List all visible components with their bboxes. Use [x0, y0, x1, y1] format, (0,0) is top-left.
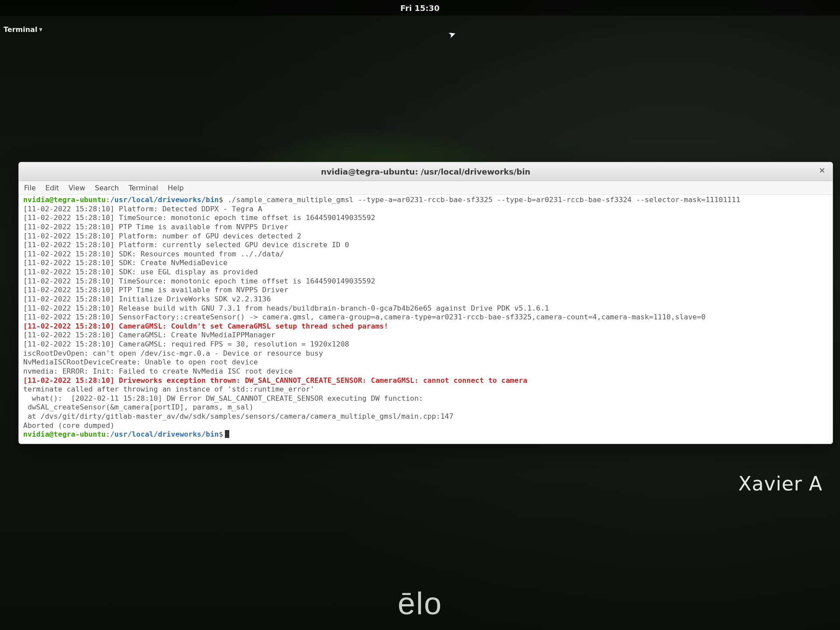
log-line: [11-02-2022 15:28:10] SDK: use EGL displ… — [23, 268, 828, 277]
log-line: [11-02-2022 15:28:10] TimeSource: monoto… — [23, 277, 828, 286]
menu-search[interactable]: Search — [95, 184, 119, 192]
log-line: [11-02-2022 15:28:10] SDK: Resources mou… — [23, 250, 828, 259]
log-line: [11-02-2022 15:28:10] CameraGMSL: Create… — [23, 331, 828, 340]
log-line: at /dvs/git/dirty/gitlab-master_av/dw/sd… — [23, 412, 828, 421]
top-bar: Fri 15:30 Terminal ▼ — [0, 0, 840, 16]
log-line: NvMediaISCRootDeviceCreate: Unable to op… — [23, 358, 828, 367]
device-label: Xavier A — [738, 472, 822, 495]
log-line: dwSAL_createSensor(&m_camera[portID], pa… — [23, 403, 828, 412]
prompt-user: nvidia@tegra-ubuntu — [23, 196, 106, 204]
log-line: what(): [2022-02-11 15:28:10] DW Error D… — [23, 394, 828, 403]
menu-help[interactable]: Help — [168, 184, 183, 192]
log-line: [11-02-2022 15:28:10] PTP Time is availa… — [23, 223, 828, 232]
window-titlebar[interactable]: nvidia@tegra-ubuntu: /usr/local/drivewor… — [19, 162, 833, 181]
log-line: [11-02-2022 15:28:10] SensorFactory::cre… — [23, 313, 828, 322]
log-line: [11-02-2022 15:28:10] PTP Time is availa… — [23, 286, 828, 295]
log-line: [11-02-2022 15:28:10] Platform: currentl… — [23, 241, 828, 250]
terminal-window: nvidia@tegra-ubuntu: /usr/local/drivewor… — [18, 162, 833, 444]
menu-terminal[interactable]: Terminal — [129, 184, 158, 192]
prompt-user: nvidia@tegra-ubuntu — [23, 430, 106, 438]
menu-view[interactable]: View — [69, 184, 85, 192]
desktop: Fri 15:30 Terminal ▼ ➤ nvidia@tegra-ubun… — [0, 0, 840, 630]
mouse-cursor-icon: ➤ — [447, 28, 457, 40]
log-line-error: [11-02-2022 15:28:10] CameraGMSL: Couldn… — [23, 322, 828, 331]
menu-edit[interactable]: Edit — [46, 184, 59, 192]
log-line: nvmedia: ERROR: Init: Failed to create N… — [23, 367, 828, 376]
log-line: [11-02-2022 15:28:10] Platform: Detected… — [23, 205, 828, 214]
app-menu[interactable]: Terminal ▼ — [0, 24, 46, 35]
log-line: [11-02-2022 15:28:10] TimeSource: monoto… — [23, 214, 828, 223]
log-line: Aborted (core dumped) — [23, 421, 828, 430]
cursor-icon — [225, 430, 229, 438]
log-line: terminate called after throwing an insta… — [23, 385, 828, 394]
log-line: iscRootDevOpen: can't open /dev/isc-mgr.… — [23, 349, 828, 358]
window-title: nvidia@tegra-ubuntu: /usr/local/drivewor… — [321, 167, 531, 176]
clock: Fri 15:30 — [400, 4, 440, 13]
app-menu-label: Terminal — [4, 25, 37, 34]
prompt-path: /usr/local/driveworks/bin — [110, 430, 219, 438]
close-button[interactable]: ✕ — [817, 166, 827, 176]
command-text: ./sample_camera_multiple_gmsl --type-a=a… — [228, 196, 740, 204]
chevron-down-icon: ▼ — [39, 27, 42, 32]
log-line: [11-02-2022 15:28:10] Platform: number o… — [23, 232, 828, 241]
menu-bar: File Edit View Search Terminal Help — [19, 181, 833, 195]
prompt-path: /usr/local/driveworks/bin — [110, 196, 219, 204]
log-line: [11-02-2022 15:28:10] Release build with… — [23, 304, 828, 313]
log-line-error: [11-02-2022 15:28:10] Driveworks excepti… — [23, 376, 828, 385]
log-line: [11-02-2022 15:28:10] Initialize DriveWo… — [23, 295, 828, 304]
menu-file[interactable]: File — [24, 184, 36, 192]
monitor-brand: ēlo — [398, 585, 442, 621]
log-line: [11-02-2022 15:28:10] CameraGMSL: requir… — [23, 340, 828, 349]
log-line: [11-02-2022 15:28:10] SDK: Create NvMedi… — [23, 259, 828, 268]
terminal-output[interactable]: nvidia@tegra-ubuntu:/usr/local/drivework… — [19, 195, 833, 444]
